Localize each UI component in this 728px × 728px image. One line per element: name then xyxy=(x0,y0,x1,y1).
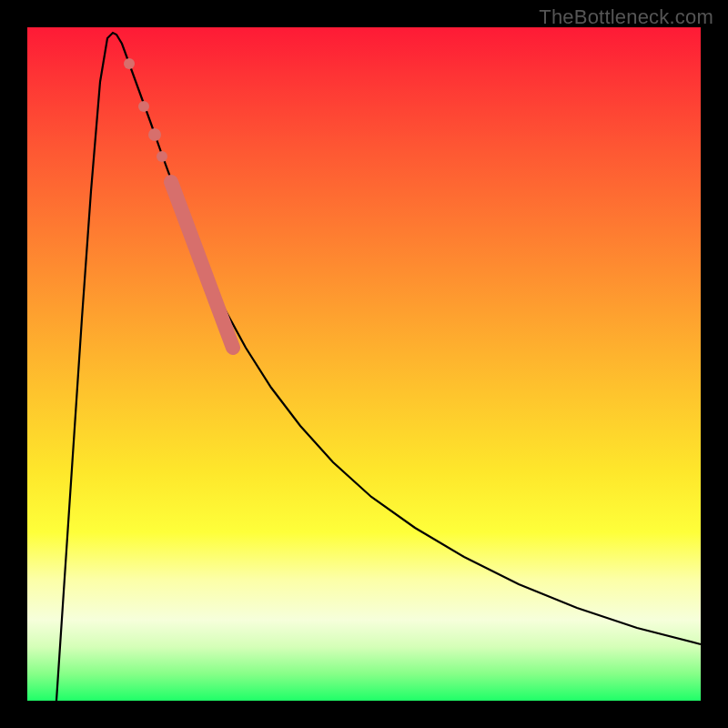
marker-bar xyxy=(171,182,233,348)
marker-dot xyxy=(124,58,135,69)
marker-dot xyxy=(138,101,149,112)
marker-dot xyxy=(157,151,167,162)
data-markers xyxy=(124,58,233,348)
watermark-text: TheBottleneck.com xyxy=(539,5,713,29)
marker-dot xyxy=(148,128,161,141)
plot-area xyxy=(27,27,701,701)
chart-frame: TheBottleneck.com xyxy=(0,0,728,728)
chart-svg xyxy=(27,27,701,701)
